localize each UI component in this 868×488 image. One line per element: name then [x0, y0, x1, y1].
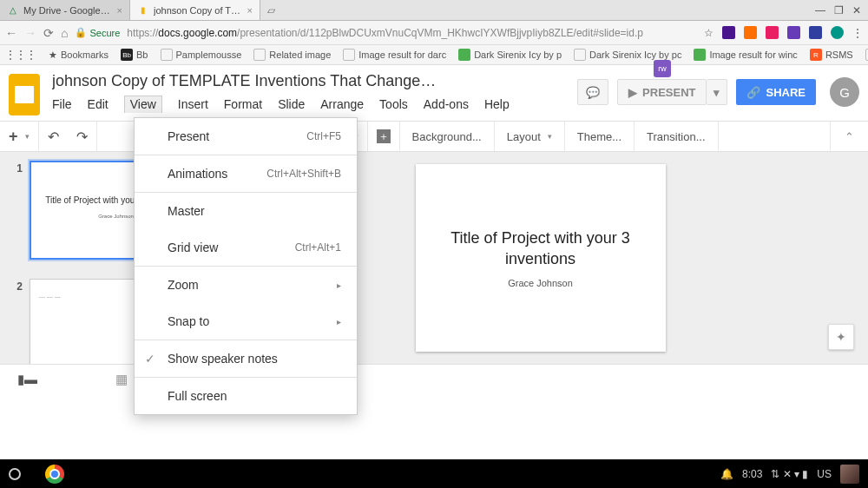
menu-item-fullscreen[interactable]: Full screen [135, 378, 357, 414]
home-button[interactable]: ⌂ [61, 26, 68, 40]
slides-favicon: ▮ [137, 4, 149, 16]
comments-button[interactable]: 💬 [577, 79, 608, 105]
menu-format[interactable]: Format [224, 96, 262, 113]
launcher-button[interactable] [9, 468, 21, 480]
ext-icon[interactable] [744, 26, 757, 39]
menu-addons[interactable]: Add-ons [424, 96, 469, 113]
reload-button[interactable]: ⟳ [43, 26, 54, 40]
star-button[interactable]: ☆ [704, 27, 713, 39]
close-icon[interactable]: × [117, 5, 122, 16]
menu-item-zoom[interactable]: Zoom▸ [135, 267, 357, 303]
url-field[interactable]: https://docs.google.com/presentation/d/1… [127, 27, 697, 39]
app-header: johnson Copy of TEMPLATE Inventions That… [0, 65, 868, 121]
document-title[interactable]: johnson Copy of TEMPLATE Inventions That… [52, 70, 565, 94]
system-tray[interactable]: 🔔 8:03 ⇅ ✕ ▾ ▮ US [720, 465, 859, 484]
ext-icon[interactable] [787, 26, 800, 39]
header-actions: rw 💬 ▶ PRESENT ▾ 🔗 SHARE G [577, 70, 859, 107]
slides-logo[interactable] [9, 74, 40, 115]
input-lang[interactable]: US [817, 468, 832, 480]
bookmark-item[interactable]: Image result for darc [343, 49, 446, 61]
slide-title-text[interactable]: Title of Project with your 3 inventions [433, 228, 648, 270]
browser-tab-slides[interactable]: ▮ johnson Copy of TEMPL × [130, 0, 260, 20]
menu-slide[interactable]: Slide [278, 96, 305, 113]
menu-view[interactable]: View [124, 96, 162, 113]
menu-item-master[interactable]: Master [135, 193, 357, 229]
collapse-toolbar[interactable]: ⌃ [830, 122, 868, 151]
ext-icon[interactable] [766, 26, 779, 39]
slide-number: 1 [10, 161, 23, 260]
address-bar: ← → ⟳ ⌂ 🔒 Secure https://docs.google.com… [0, 21, 868, 45]
menu-insert[interactable]: Insert [178, 96, 208, 113]
page-icon [865, 49, 868, 61]
grid-view-button[interactable]: ▦ [115, 372, 128, 387]
back-button[interactable]: ← [5, 26, 17, 40]
page-icon [253, 49, 266, 61]
close-icon[interactable]: × [247, 5, 253, 16]
present-button[interactable]: ▶ PRESENT [617, 79, 707, 105]
close-window-button[interactable]: ✕ [852, 4, 861, 16]
browser-menu-button[interactable]: ⋮ [852, 27, 863, 39]
chrome-app-icon[interactable] [45, 465, 64, 484]
add-icon: ＋ [377, 129, 391, 143]
menu-item-gridview[interactable]: Grid viewCtrl+Alt+1 [135, 229, 357, 266]
account-avatar[interactable]: G [830, 77, 859, 107]
bookmark-item[interactable]: Pamplemousse [161, 49, 242, 61]
new-tab-button[interactable]: ▱ [260, 0, 281, 20]
menu-tools[interactable]: Tools [379, 96, 408, 113]
slide-subtitle-text[interactable]: Grace Johnson [508, 278, 573, 288]
clock[interactable]: 8:03 [742, 468, 762, 480]
redo-icon: ↷ [76, 129, 88, 145]
redo-button[interactable]: ↷ [68, 122, 97, 151]
maximize-button[interactable]: ❐ [834, 4, 844, 16]
forward-button[interactable]: → [24, 26, 36, 40]
filmstrip-view-button[interactable]: ▮▬ [17, 372, 37, 387]
add-comment-button[interactable]: ＋ [368, 122, 400, 151]
bookmark-item[interactable]: ★Bookmarks [49, 49, 108, 61]
bookmark-item[interactable]: Dark Sirenix Icy by pc [574, 49, 681, 61]
menu-help[interactable]: Help [484, 96, 510, 113]
chevron-right-icon: ▸ [337, 317, 341, 326]
menu-file[interactable]: File [52, 96, 72, 113]
ext-icon[interactable] [722, 26, 735, 39]
bookmark-item[interactable]: Related image [253, 49, 331, 61]
share-icon: 🔗 [746, 86, 760, 99]
layout-button[interactable]: Layout [495, 122, 565, 151]
tab-title: johnson Copy of TEMPL [154, 5, 243, 16]
secure-indicator[interactable]: 🔒 Secure [75, 27, 120, 38]
background-button[interactable]: Background... [400, 122, 495, 151]
new-slide-button[interactable]: + [0, 122, 39, 151]
apps-button[interactable]: ⋮⋮⋮ [5, 49, 36, 61]
menu-item-speaker-notes[interactable]: ✓Show speaker notes [135, 340, 357, 377]
menu-item-snapto[interactable]: Snap to▸ [135, 303, 357, 340]
menu-edit[interactable]: Edit [88, 96, 108, 113]
bookmark-item[interactable]: Dark Sirenix Icy by p [458, 49, 562, 61]
ext-icon[interactable] [809, 26, 822, 39]
transition-button[interactable]: Transition... [635, 122, 718, 151]
status-icons[interactable]: ⇅ ✕ ▾ ▮ [771, 468, 808, 480]
slide-canvas[interactable]: Title of Project with your 3 inventions … [416, 164, 666, 352]
da-icon [694, 49, 706, 61]
page-icon [343, 49, 355, 61]
share-button[interactable]: 🔗 SHARE [736, 79, 816, 105]
undo-button[interactable]: ↶ [39, 122, 68, 151]
theme-button[interactable]: Theme... [565, 122, 635, 151]
ext-icon[interactable] [831, 26, 844, 39]
present-dropdown[interactable]: ▾ [707, 79, 727, 105]
chevron-up-icon: ⌃ [845, 130, 854, 143]
bookmark-item[interactable]: RRSMS [810, 49, 853, 61]
menubar: File Edit View Insert Format Slide Arran… [52, 94, 565, 113]
bookmark-item[interactable] [865, 49, 868, 61]
undo-icon: ↶ [48, 129, 59, 145]
menu-item-animations[interactable]: AnimationsCtrl+Alt+Shift+B [135, 155, 357, 192]
page-icon [161, 49, 173, 61]
bookmark-item[interactable]: Image result for winc [694, 49, 797, 61]
menu-item-present[interactable]: PresentCtrl+F5 [135, 118, 357, 155]
user-avatar[interactable] [840, 465, 859, 484]
rw-extension-badge[interactable]: rw [654, 60, 671, 77]
bookmark-item[interactable]: BbBb [121, 49, 148, 61]
browser-tab-drive[interactable]: △ My Drive - Google Drive × [0, 0, 130, 20]
menu-arrange[interactable]: Arrange [320, 96, 364, 113]
notification-icon[interactable]: 🔔 [720, 468, 733, 480]
explore-button[interactable]: ✦ [828, 324, 854, 350]
minimize-button[interactable]: — [815, 4, 825, 16]
